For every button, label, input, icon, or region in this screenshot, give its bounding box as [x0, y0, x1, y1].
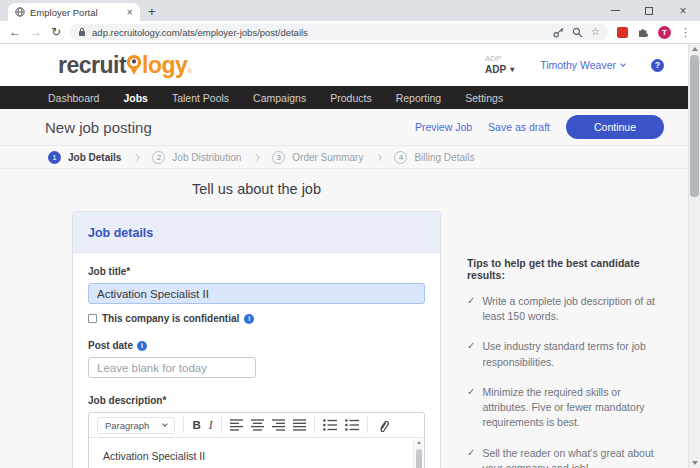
continue-button[interactable]: Continue [566, 115, 664, 139]
password-key-icon[interactable] [553, 27, 564, 38]
user-chevron-icon [620, 61, 626, 67]
description-editor-content[interactable]: Activation Specialist II Responsibilitie… [89, 438, 424, 468]
job-title-label: Job title* [88, 266, 425, 277]
bullet-list-icon[interactable] [323, 419, 337, 431]
help-icon[interactable]: ? [651, 59, 664, 72]
browser-toolbar: ← → ↻ adp.recruitology.com/ats/employer-… [0, 21, 700, 43]
link-icon[interactable] [376, 418, 390, 432]
scrollbar-down-arrow[interactable] [689, 458, 700, 468]
page-body: recruit logy ® ADP ADP ▾ Timothy Weaver … [0, 44, 688, 468]
account-selector[interactable]: ADP ADP ▾ [485, 54, 514, 76]
scrollbar-up-arrow[interactable] [689, 44, 700, 54]
step-number: 2 [152, 151, 165, 164]
recruitology-logo[interactable]: recruit logy ® [58, 51, 191, 79]
check-icon: ✓ [467, 446, 475, 468]
new-tab-button[interactable]: + [148, 4, 156, 19]
align-center-icon[interactable] [251, 419, 264, 431]
forward-button[interactable]: → [30, 26, 42, 38]
logo-registered-mark: ® [187, 68, 191, 74]
zoom-search-icon[interactable] [572, 27, 583, 38]
confidential-label: This company is confidential [102, 313, 239, 324]
nav-item-products[interactable]: Products [330, 92, 371, 104]
stepper: 1 Job Details 2 Job Distribution 3 Order… [0, 146, 688, 169]
back-button[interactable]: ← [9, 26, 21, 38]
tab-favicon-globe-icon [15, 7, 25, 17]
job-details-card: Job details Job title* This company is c… [72, 211, 441, 468]
preview-job-link[interactable]: Preview Job [415, 121, 472, 133]
nav-item-campaigns[interactable]: Campaigns [253, 92, 306, 104]
content-area: Tell us about the job Job details Job ti… [0, 169, 688, 468]
paragraph-style-dropdown[interactable]: Paragraph [97, 417, 175, 434]
numbered-list-icon[interactable] [345, 419, 359, 431]
browser-menu-icon[interactable]: ⋮ [680, 26, 691, 39]
step-order-summary[interactable]: 3 Order Summary [272, 151, 363, 164]
nav-item-reporting[interactable]: Reporting [396, 92, 442, 104]
step-number: 1 [48, 151, 61, 164]
save-as-draft-link[interactable]: Save as draft [488, 121, 550, 133]
logo-text-logy: logy [142, 52, 187, 79]
job-title-input[interactable] [88, 283, 425, 304]
job-description-label: Job description* [88, 395, 425, 406]
step-separator-icon [133, 153, 140, 160]
step-job-details[interactable]: 1 Job Details [48, 151, 121, 164]
bookmark-star-icon[interactable]: ☆ [591, 27, 600, 37]
editor-scrollbar-thumb[interactable] [416, 449, 422, 468]
description-line: Activation Specialist II [103, 449, 402, 465]
scrollbar-thumb[interactable] [690, 55, 699, 197]
refresh-button[interactable]: ↻ [51, 26, 61, 38]
paragraph-style-value: Paragraph [105, 420, 149, 431]
address-bar[interactable]: adp.recruitology.com/ats/employer-jobs/p… [70, 24, 608, 40]
logo-text-recruit: recruit [58, 52, 126, 79]
toolbar-divider [183, 417, 184, 433]
post-date-label: Post date [88, 340, 133, 351]
window-controls: × [598, 0, 700, 21]
window-minimize-button[interactable] [598, 0, 632, 21]
site-header: recruit logy ® ADP ADP ▾ Timothy Weaver … [0, 44, 688, 86]
confidential-checkbox[interactable] [88, 314, 97, 323]
tip-item: ✓ Minimize the required skills or attrib… [467, 385, 665, 431]
align-right-icon[interactable] [272, 419, 285, 431]
tab-close-icon[interactable]: × [127, 7, 133, 18]
browser-tab[interactable]: Employer Portal × [8, 3, 140, 21]
step-label: Order Summary [292, 152, 363, 163]
editor-scrollbar[interactable] [413, 439, 423, 468]
window-maximize-button[interactable] [632, 0, 666, 21]
tip-item: ✓ Sell the reader on what's great about … [467, 446, 665, 468]
align-left-icon[interactable] [230, 419, 243, 431]
page-scrollbar[interactable] [688, 44, 700, 468]
step-separator-icon [375, 153, 382, 160]
extensions-puzzle-icon[interactable] [637, 26, 649, 38]
step-number: 3 [272, 151, 285, 164]
adblock-extension-icon[interactable] [617, 27, 628, 38]
browser-profile-avatar[interactable]: T [658, 26, 671, 39]
description-editor: Paragraph B I [88, 412, 425, 468]
tip-text: Write a complete job description of at l… [482, 294, 665, 324]
nav-item-talent-pools[interactable]: Talent Pools [172, 92, 229, 104]
post-date-info-icon[interactable]: i [137, 341, 147, 351]
nav-item-dashboard[interactable]: Dashboard [48, 92, 99, 104]
editor-scrollbar-up-arrow[interactable] [414, 441, 423, 444]
tips-panel: Tips to help get the best candidate resu… [467, 257, 665, 468]
toolbar-divider [221, 417, 222, 433]
step-label: Job Distribution [172, 152, 241, 163]
step-label: Job Details [68, 152, 121, 163]
card-title: Job details [88, 226, 153, 240]
tips-title: Tips to help get the best candidate resu… [467, 257, 665, 281]
step-billing-details[interactable]: 4 Billing Details [394, 151, 474, 164]
tip-text: Minimize the required skills or attribut… [482, 385, 665, 431]
confidential-info-icon[interactable]: i [244, 314, 254, 324]
page-title-bar: New job posting Preview Job Save as draf… [0, 109, 688, 146]
bold-button[interactable]: B [192, 419, 200, 431]
step-job-distribution[interactable]: 2 Job Distribution [152, 151, 241, 164]
window-close-button[interactable]: × [666, 0, 700, 21]
italic-button[interactable]: I [209, 419, 213, 431]
post-date-input[interactable] [88, 357, 256, 378]
check-icon: ✓ [467, 294, 475, 324]
nav-item-settings[interactable]: Settings [465, 92, 503, 104]
lock-icon [78, 27, 86, 37]
align-justify-icon[interactable] [293, 419, 306, 431]
step-separator-icon [253, 153, 260, 160]
toolbar-divider [314, 417, 315, 433]
user-menu[interactable]: Timothy Weaver [540, 59, 625, 71]
nav-item-jobs[interactable]: Jobs [123, 92, 148, 104]
